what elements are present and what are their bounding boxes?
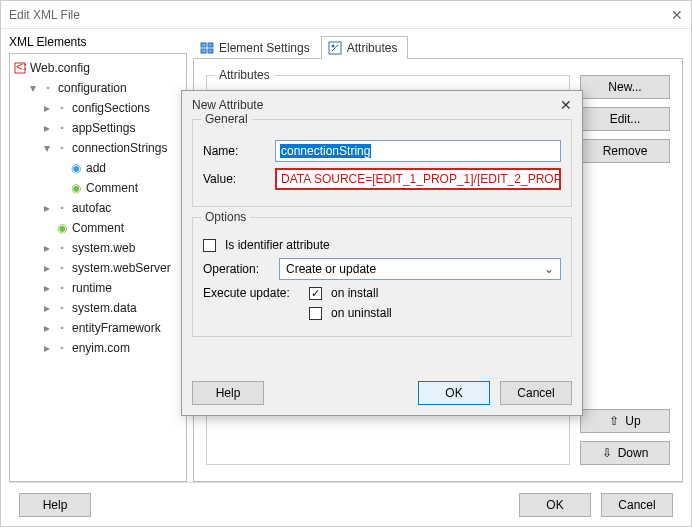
window-title: Edit XML File [9,8,643,22]
tree-item[interactable]: ▸◦runtime [42,278,184,298]
checkbox-icon [309,287,322,300]
expand-icon[interactable]: ▸ [42,198,52,218]
tree-item-add[interactable]: ◉add [56,158,184,178]
tab-element-settings[interactable]: Element Settings [193,36,321,59]
remove-button[interactable]: Remove [580,139,670,163]
dialog-ok-button[interactable]: OK [418,381,490,405]
tree-item[interactable]: ▸◦system.web [42,238,184,258]
collapse-icon[interactable]: ▾ [28,78,38,98]
tree-item[interactable]: ▸◦entityFramework [42,318,184,338]
tree-item-comment[interactable]: ◉Comment [56,178,184,198]
tree-item[interactable]: ▸◦autofac [42,198,184,218]
chevron-down-icon: ⌄ [544,262,554,276]
help-button[interactable]: Help [19,493,91,517]
expand-icon[interactable]: ▸ [42,98,52,118]
close-icon[interactable]: ✕ [560,97,572,113]
checkbox-icon [203,239,216,252]
general-legend: General [201,112,252,126]
ok-button[interactable]: OK [519,493,591,517]
value-label: Value: [203,172,263,186]
down-button[interactable]: ⇩Down [580,441,670,465]
name-input[interactable]: connectionString [275,140,561,162]
svg-rect-4 [201,49,206,53]
element-icon: ◦ [42,78,54,98]
tree-root[interactable]: <> Web.config [14,58,184,78]
operation-label: Operation: [203,262,267,276]
svg-point-7 [331,45,334,48]
dialog-cancel-button[interactable]: Cancel [500,381,572,405]
expand-icon[interactable]: ▸ [42,318,52,338]
file-icon: <> [14,62,26,74]
up-button[interactable]: ⇧Up [580,409,670,433]
xml-elements-tree[interactable]: <> Web.config ▾ ◦ configuration [9,53,187,482]
element-icon: ◦ [56,118,68,138]
tree-item[interactable]: ▸◦system.data [42,298,184,318]
execute-label: Execute update: [203,286,293,300]
new-attribute-dialog: New Attribute ✕ General Name: connection… [181,90,583,416]
identifier-checkbox[interactable]: Is identifier attribute [203,238,330,252]
title-bar: Edit XML File ✕ [1,1,691,29]
up-icon: ⇧ [609,414,619,428]
expand-icon[interactable]: ▸ [42,118,52,138]
element-icon: ◦ [56,318,68,338]
tree-item-comment[interactable]: ◉Comment [42,218,184,238]
comment-icon: ◉ [56,218,68,238]
attributes-icon [328,41,342,55]
checkbox-icon [309,307,322,320]
tree-item[interactable]: ▸◦appSettings [42,118,184,138]
on-install-checkbox[interactable]: on install [309,286,392,300]
element-icon: ◦ [56,198,68,218]
element-icon: ◉ [70,158,82,178]
expand-icon[interactable]: ▸ [42,278,52,298]
general-group: General Name: connectionString Value: DA… [192,119,572,207]
new-button[interactable]: New... [580,75,670,99]
tree-item[interactable]: ▸◦configSections [42,98,184,118]
edit-button[interactable]: Edit... [580,107,670,131]
element-icon: ◦ [56,98,68,118]
element-icon: ◦ [56,238,68,258]
element-icon: ◦ [56,278,68,298]
tab-attributes[interactable]: Attributes [321,36,409,59]
tree-item[interactable]: ▸◦system.webServer [42,258,184,278]
on-uninstall-checkbox[interactable]: on uninstall [309,306,392,320]
settings-icon [200,41,214,55]
down-icon: ⇩ [602,446,612,460]
operation-select[interactable]: Create or update ⌄ [279,258,561,280]
expand-icon[interactable]: ▸ [42,258,52,278]
svg-rect-3 [208,43,213,47]
dialog-title: New Attribute [192,98,560,112]
xml-elements-label: XML Elements [9,35,187,49]
options-group: Options Is identifier attribute Operatio… [192,217,572,337]
element-icon: ◦ [56,338,68,358]
expand-icon[interactable]: ▸ [42,298,52,318]
tabs: Element Settings Attributes [193,35,683,59]
collapse-icon[interactable]: ▾ [42,138,52,158]
name-label: Name: [203,144,263,158]
value-input[interactable]: DATA SOURCE=[EDIT_1_PROP_1]/[EDIT_2_PROP… [275,168,561,190]
options-legend: Options [201,210,250,224]
close-icon[interactable]: ✕ [643,7,683,23]
svg-text:<>: <> [16,62,26,74]
element-icon: ◦ [56,258,68,278]
svg-rect-5 [208,49,213,53]
tree-item[interactable]: ▸◦enyim.com [42,338,184,358]
dialog-help-button[interactable]: Help [192,381,264,405]
expand-icon[interactable]: ▸ [42,238,52,258]
element-icon: ◦ [56,138,68,158]
expand-icon[interactable]: ▸ [42,338,52,358]
svg-rect-2 [201,43,206,47]
cancel-button[interactable]: Cancel [601,493,673,517]
element-icon: ◦ [56,298,68,318]
tree-item-configuration[interactable]: ▾ ◦ configuration [28,78,184,98]
comment-icon: ◉ [70,178,82,198]
attributes-legend: Attributes [215,68,274,82]
tree-item-connectionstrings[interactable]: ▾◦connectionStrings [42,138,184,158]
